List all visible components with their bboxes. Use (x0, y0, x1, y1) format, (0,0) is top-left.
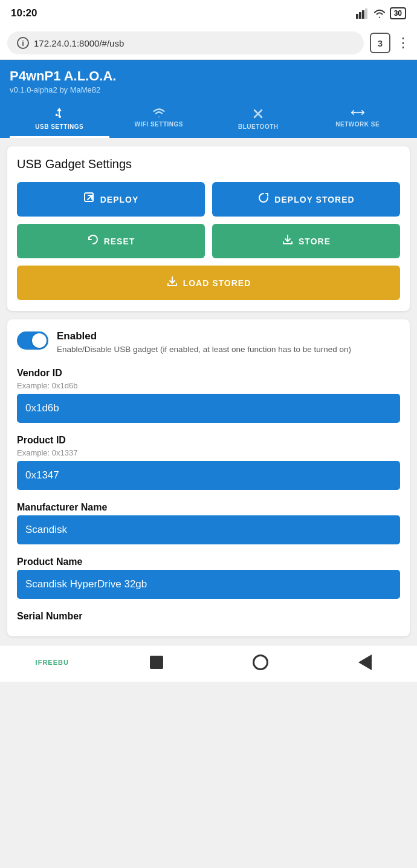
enabled-toggle-row: Enabled Enable/Disable USB gadget (if en… (17, 330, 400, 356)
back-triangle-icon (358, 654, 372, 670)
load-stored-button[interactable]: LOAD STORED (17, 266, 400, 300)
gadget-settings-card: USB Gadget Settings DEPLOY (7, 146, 410, 311)
wifi-icon (373, 8, 386, 19)
status-bar: 10:20 30 (0, 0, 417, 27)
toggle-thumb (32, 333, 47, 348)
tab-count[interactable]: 3 (370, 33, 390, 53)
status-time: 10:20 (11, 7, 37, 19)
battery-indicator: 30 (390, 7, 406, 19)
app-subtitle: v0.1.0-alpha2 by MaMe82 (10, 85, 407, 94)
deploy-label: DEPLOY (100, 195, 139, 204)
vendor-id-hint: Example: 0x1d6b (17, 381, 400, 390)
reset-icon (87, 233, 99, 249)
usb-icon (52, 106, 66, 121)
product-name-label: Product Name (17, 556, 400, 567)
enabled-title: Enabled (57, 330, 351, 342)
enabled-desc: Enable/Disable USB gadget (if enabled, a… (57, 344, 351, 356)
status-icons: 30 (356, 7, 406, 19)
store-icon (282, 233, 294, 249)
tab-wifi-label: WIFI SETTINGS (135, 121, 183, 128)
deploy-stored-label: DEPLOY STORED (274, 195, 354, 204)
gadget-settings-title: USB Gadget Settings (17, 157, 400, 171)
vendor-id-input[interactable] (17, 394, 400, 423)
home-button[interactable] (141, 651, 172, 673)
tab-network-settings[interactable]: NETWORK SE (308, 102, 408, 138)
reset-label: RESET (104, 237, 135, 246)
svg-rect-3 (365, 8, 367, 19)
main-content: USB Gadget Settings DEPLOY (0, 138, 417, 645)
tab-network-label: NETWORK SE (335, 121, 380, 128)
serial-number-label: Serial Number (17, 611, 400, 622)
toggle-track (17, 331, 48, 350)
store-button[interactable]: STORE (212, 224, 400, 258)
reset-button[interactable]: RESET (17, 224, 205, 258)
manufacturer-name-label: Manufacturer Name (17, 502, 400, 513)
back-button[interactable] (350, 651, 380, 673)
square-icon (150, 656, 163, 669)
freebutton-logo: IFREEBU (37, 651, 67, 673)
url-bar[interactable]: i 172.24.0.1:8000/#/usb (7, 31, 364, 54)
deploy-stored-icon (257, 192, 270, 207)
reset-row: RESET STORE (17, 224, 400, 258)
manufacturer-name-block: Manufacturer Name (17, 502, 400, 544)
circle-icon (253, 654, 268, 670)
url-text: 172.24.0.1:8000/#/usb (34, 38, 124, 48)
recents-button[interactable] (245, 651, 276, 673)
network-icon (349, 106, 366, 119)
product-name-input[interactable] (17, 570, 400, 599)
load-stored-row: LOAD STORED (17, 266, 400, 300)
bottom-nav-bar: IFREEBU (0, 645, 417, 682)
svg-rect-0 (356, 14, 358, 19)
svg-line-6 (88, 195, 92, 200)
more-menu-icon[interactable]: ⋮ (396, 36, 410, 50)
app-title: P4wnP1 A.L.O.A. (10, 68, 407, 84)
tab-usb-label: USB SETTINGS (35, 123, 83, 130)
tab-usb-settings[interactable]: USB SETTINGS (10, 102, 109, 138)
svg-rect-2 (362, 10, 364, 19)
vendor-id-block: Vendor ID Example: 0x1d6b (17, 368, 400, 423)
deploy-row: DEPLOY DEPLOY STORED (17, 182, 400, 217)
deploy-icon (83, 192, 95, 207)
product-name-block: Product Name (17, 556, 400, 599)
store-label: STORE (299, 237, 331, 246)
deploy-stored-button[interactable]: DEPLOY STORED (212, 182, 400, 217)
vendor-id-label: Vendor ID (17, 368, 400, 379)
bluetooth-icon (251, 106, 265, 121)
load-stored-icon (166, 275, 178, 290)
deploy-button[interactable]: DEPLOY (17, 182, 205, 217)
manufacturer-name-input[interactable] (17, 515, 400, 544)
browser-bar: i 172.24.0.1:8000/#/usb 3 ⋮ (0, 27, 417, 60)
tab-wifi-settings[interactable]: WIFI SETTINGS (109, 102, 209, 138)
enabled-toggle[interactable] (17, 331, 48, 350)
svg-rect-1 (359, 12, 361, 19)
nav-tabs: USB SETTINGS WIFI SETTINGS BLUETOOTH N (10, 102, 407, 138)
signal-icon (356, 8, 369, 19)
product-id-hint: Example: 0x1337 (17, 448, 400, 457)
usb-config-card: Enabled Enable/Disable USB gadget (if en… (7, 319, 410, 636)
serial-number-block: Serial Number (17, 611, 400, 622)
enabled-label-block: Enabled Enable/Disable USB gadget (if en… (57, 330, 351, 356)
product-id-label: Product ID (17, 435, 400, 446)
product-id-input[interactable] (17, 461, 400, 490)
load-stored-label: LOAD STORED (183, 278, 251, 288)
tab-bluetooth[interactable]: BLUETOOTH (208, 102, 308, 138)
app-header: P4wnP1 A.L.O.A. v0.1.0-alpha2 by MaMe82 … (0, 60, 417, 138)
wifi-nav-icon (152, 106, 166, 119)
product-id-block: Product ID Example: 0x1337 (17, 435, 400, 490)
info-icon: i (17, 37, 29, 49)
freebutton-text: IFREEBU (36, 659, 69, 666)
tab-bluetooth-label: BLUETOOTH (238, 123, 279, 130)
